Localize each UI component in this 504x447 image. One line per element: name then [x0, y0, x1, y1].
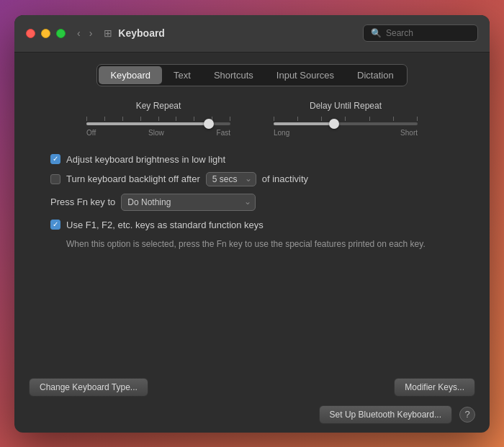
search-icon: 🔍 — [371, 28, 382, 38]
key-repeat-thumb[interactable] — [204, 119, 214, 129]
traffic-lights — [26, 29, 66, 38]
key-repeat-fast-label: Fast — [217, 129, 230, 137]
backlight-row: Turn keyboard backlight off after 5 secs… — [50, 172, 454, 186]
tab-shortcuts[interactable]: Shortcuts — [202, 66, 265, 84]
tab-bar: Keyboard Text Shortcuts Input Sources Di… — [29, 64, 475, 86]
search-bar[interactable]: 🔍 — [363, 24, 478, 42]
delay-repeat-filled — [274, 122, 334, 125]
tick — [345, 117, 346, 121]
tick — [297, 117, 298, 121]
delay-repeat-group: Delay Until Repeat — [274, 101, 418, 137]
key-repeat-slider-container — [86, 117, 230, 129]
tab-keyboard[interactable]: Keyboard — [99, 66, 162, 84]
titlebar: ‹ › ⊞ Keyboard 🔍 — [14, 15, 490, 53]
tick — [122, 117, 123, 121]
help-button[interactable]: ? — [459, 407, 475, 423]
tick — [274, 117, 274, 121]
backlight-duration-wrapper: 5 secs 1 min 5 mins Never — [206, 172, 256, 186]
tick — [104, 117, 105, 121]
key-repeat-track[interactable] — [86, 122, 230, 125]
grid-icon: ⊞ — [104, 27, 112, 39]
tick — [369, 117, 370, 121]
fn-key-label: Press Fn key to — [50, 197, 115, 207]
f1-description: When this option is selected, press the … — [66, 238, 454, 250]
delay-long-label: Long — [274, 129, 289, 137]
maximize-button[interactable] — [56, 29, 66, 38]
tab-input-sources[interactable]: Input Sources — [265, 66, 346, 84]
bluetooth-row: Set Up Bluetooth Keyboard... ? — [14, 402, 490, 433]
key-repeat-label: Key Repeat — [136, 101, 181, 111]
fn-key-row: Press Fn key to Do Nothing Change Input … — [50, 194, 454, 211]
tick — [417, 117, 418, 121]
nav-arrows: ‹ › — [74, 26, 95, 40]
delay-repeat-thumb[interactable] — [329, 119, 339, 129]
tick — [158, 117, 159, 121]
content-area: Keyboard Text Shortcuts Input Sources Di… — [14, 53, 490, 369]
modifier-keys-button[interactable]: Modifier Keys... — [394, 378, 475, 397]
brightness-row: ✓ Adjust keyboard brightness in low ligh… — [50, 154, 454, 165]
delay-short-label: Short — [400, 129, 418, 137]
window-title: Keyboard — [118, 27, 165, 39]
key-repeat-slow-label: Slow — [148, 129, 164, 137]
backlight-suffix: of inactivity — [262, 173, 308, 184]
delay-repeat-slider-container — [274, 117, 418, 129]
key-repeat-filled — [86, 122, 209, 125]
brightness-checkbox[interactable]: ✓ — [50, 154, 60, 164]
tab-group: Keyboard Text Shortcuts Input Sources Di… — [96, 64, 407, 86]
search-input[interactable] — [386, 28, 470, 38]
forward-button[interactable]: › — [86, 26, 96, 40]
change-keyboard-button[interactable]: Change Keyboard Type... — [29, 378, 148, 397]
backlight-label: Turn keyboard backlight off after — [66, 173, 200, 184]
delay-repeat-sublabels: Long Short — [274, 129, 418, 137]
back-button[interactable]: ‹ — [74, 26, 84, 40]
f1-checkbox[interactable]: ✓ — [50, 220, 60, 230]
options-section: ✓ Adjust keyboard brightness in low ligh… — [29, 154, 475, 358]
key-repeat-sublabels: Off Slow Fast — [86, 129, 230, 137]
delay-repeat-label: Delay Until Repeat — [310, 101, 382, 111]
delay-repeat-track[interactable] — [274, 122, 418, 125]
f1-row: ✓ Use F1, F2, etc. keys as standard func… — [50, 220, 454, 230]
backlight-checkbox[interactable] — [50, 174, 60, 184]
tab-dictation[interactable]: Dictation — [346, 66, 405, 84]
key-repeat-group: Key Repeat — [86, 101, 230, 137]
brightness-label: Adjust keyboard brightness in low light — [66, 154, 225, 165]
tick — [393, 117, 394, 121]
f1-label: Use F1, F2, etc. keys as standard functi… — [66, 220, 264, 230]
close-button[interactable] — [26, 29, 35, 38]
bluetooth-button[interactable]: Set Up Bluetooth Keyboard... — [319, 405, 452, 424]
checkmark-icon: ✓ — [53, 155, 58, 163]
fn-select-wrapper: Do Nothing Change Input Source Show Emoj… — [121, 194, 256, 211]
tick — [321, 117, 322, 121]
key-repeat-off-label: Off — [86, 129, 96, 137]
keyboard-preferences-window: ‹ › ⊞ Keyboard 🔍 Keyboard Text Shortcuts… — [14, 15, 490, 433]
delay-repeat-ticks — [274, 117, 418, 121]
minimize-button[interactable] — [41, 29, 50, 38]
tab-text[interactable]: Text — [162, 66, 202, 84]
backlight-duration-select[interactable]: 5 secs 1 min 5 mins Never — [206, 172, 256, 186]
tick — [230, 117, 230, 121]
tick — [176, 117, 176, 121]
checkmark-icon: ✓ — [53, 221, 58, 228]
sliders-row: Key Repeat — [29, 101, 475, 137]
tick — [194, 117, 194, 121]
tick — [86, 117, 87, 121]
bottom-bar: Change Keyboard Type... Modifier Keys... — [14, 369, 490, 402]
tick — [140, 117, 141, 121]
fn-key-select[interactable]: Do Nothing Change Input Source Show Emoj… — [121, 194, 256, 211]
